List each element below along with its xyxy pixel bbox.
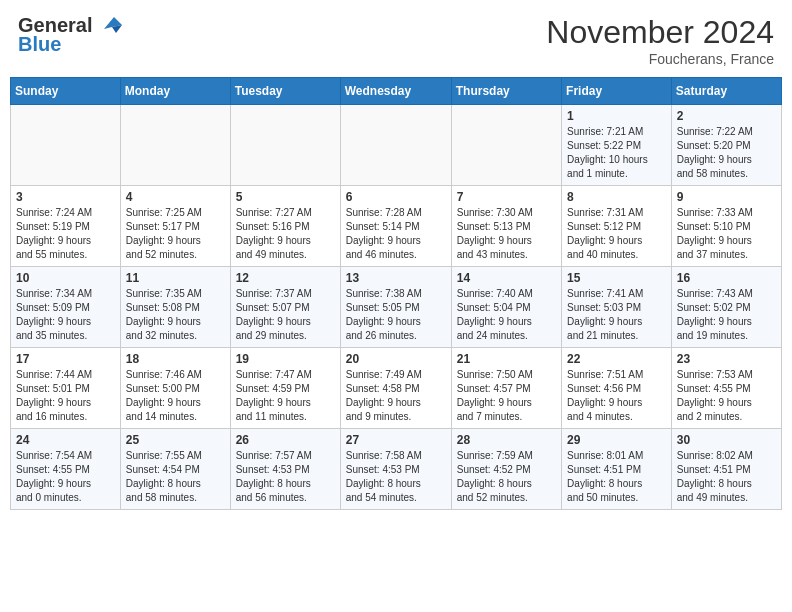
- page-header: General Blue November 2024 Foucherans, F…: [10, 10, 782, 71]
- day-number: 15: [567, 271, 666, 285]
- title-area: November 2024 Foucherans, France: [546, 14, 774, 67]
- calendar-day-cell: 3Sunrise: 7:24 AM Sunset: 5:19 PM Daylig…: [11, 186, 121, 267]
- day-number: 8: [567, 190, 666, 204]
- day-number: 7: [457, 190, 556, 204]
- calendar-day-cell: 17Sunrise: 7:44 AM Sunset: 5:01 PM Dayli…: [11, 348, 121, 429]
- day-number: 1: [567, 109, 666, 123]
- calendar-day-cell: 16Sunrise: 7:43 AM Sunset: 5:02 PM Dayli…: [671, 267, 781, 348]
- day-number: 14: [457, 271, 556, 285]
- calendar-empty-cell: [230, 105, 340, 186]
- day-number: 28: [457, 433, 556, 447]
- weekday-header-sunday: Sunday: [11, 78, 121, 105]
- calendar-day-cell: 18Sunrise: 7:46 AM Sunset: 5:00 PM Dayli…: [120, 348, 230, 429]
- calendar-day-cell: 29Sunrise: 8:01 AM Sunset: 4:51 PM Dayli…: [562, 429, 672, 510]
- day-info: Sunrise: 7:22 AM Sunset: 5:20 PM Dayligh…: [677, 125, 776, 181]
- day-number: 18: [126, 352, 225, 366]
- day-number: 20: [346, 352, 446, 366]
- day-number: 17: [16, 352, 115, 366]
- calendar-day-cell: 21Sunrise: 7:50 AM Sunset: 4:57 PM Dayli…: [451, 348, 561, 429]
- calendar-week-row: 17Sunrise: 7:44 AM Sunset: 5:01 PM Dayli…: [11, 348, 782, 429]
- calendar-day-cell: 6Sunrise: 7:28 AM Sunset: 5:14 PM Daylig…: [340, 186, 451, 267]
- calendar-day-cell: 19Sunrise: 7:47 AM Sunset: 4:59 PM Dayli…: [230, 348, 340, 429]
- calendar-day-cell: 12Sunrise: 7:37 AM Sunset: 5:07 PM Dayli…: [230, 267, 340, 348]
- calendar-day-cell: 14Sunrise: 7:40 AM Sunset: 5:04 PM Dayli…: [451, 267, 561, 348]
- calendar-day-cell: 25Sunrise: 7:55 AM Sunset: 4:54 PM Dayli…: [120, 429, 230, 510]
- calendar-day-cell: 27Sunrise: 7:58 AM Sunset: 4:53 PM Dayli…: [340, 429, 451, 510]
- month-title: November 2024: [546, 14, 774, 51]
- logo-blue-text: Blue: [18, 33, 61, 56]
- calendar-header-row: SundayMondayTuesdayWednesdayThursdayFrid…: [11, 78, 782, 105]
- day-info: Sunrise: 7:28 AM Sunset: 5:14 PM Dayligh…: [346, 206, 446, 262]
- day-info: Sunrise: 7:35 AM Sunset: 5:08 PM Dayligh…: [126, 287, 225, 343]
- day-number: 5: [236, 190, 335, 204]
- day-info: Sunrise: 7:27 AM Sunset: 5:16 PM Dayligh…: [236, 206, 335, 262]
- day-number: 16: [677, 271, 776, 285]
- day-number: 23: [677, 352, 776, 366]
- day-number: 24: [16, 433, 115, 447]
- day-info: Sunrise: 8:02 AM Sunset: 4:51 PM Dayligh…: [677, 449, 776, 505]
- day-number: 4: [126, 190, 225, 204]
- day-number: 30: [677, 433, 776, 447]
- calendar-week-row: 1Sunrise: 7:21 AM Sunset: 5:22 PM Daylig…: [11, 105, 782, 186]
- day-info: Sunrise: 7:47 AM Sunset: 4:59 PM Dayligh…: [236, 368, 335, 424]
- weekday-header-thursday: Thursday: [451, 78, 561, 105]
- day-number: 12: [236, 271, 335, 285]
- day-info: Sunrise: 7:40 AM Sunset: 5:04 PM Dayligh…: [457, 287, 556, 343]
- calendar-day-cell: 13Sunrise: 7:38 AM Sunset: 5:05 PM Dayli…: [340, 267, 451, 348]
- day-number: 22: [567, 352, 666, 366]
- calendar-day-cell: 7Sunrise: 7:30 AM Sunset: 5:13 PM Daylig…: [451, 186, 561, 267]
- calendar-empty-cell: [120, 105, 230, 186]
- calendar-week-row: 10Sunrise: 7:34 AM Sunset: 5:09 PM Dayli…: [11, 267, 782, 348]
- calendar-week-row: 24Sunrise: 7:54 AM Sunset: 4:55 PM Dayli…: [11, 429, 782, 510]
- calendar-empty-cell: [340, 105, 451, 186]
- calendar-day-cell: 4Sunrise: 7:25 AM Sunset: 5:17 PM Daylig…: [120, 186, 230, 267]
- weekday-header-wednesday: Wednesday: [340, 78, 451, 105]
- calendar-day-cell: 22Sunrise: 7:51 AM Sunset: 4:56 PM Dayli…: [562, 348, 672, 429]
- weekday-header-friday: Friday: [562, 78, 672, 105]
- day-info: Sunrise: 7:53 AM Sunset: 4:55 PM Dayligh…: [677, 368, 776, 424]
- day-info: Sunrise: 7:33 AM Sunset: 5:10 PM Dayligh…: [677, 206, 776, 262]
- logo: General Blue: [18, 14, 124, 56]
- day-info: Sunrise: 8:01 AM Sunset: 4:51 PM Dayligh…: [567, 449, 666, 505]
- day-number: 26: [236, 433, 335, 447]
- day-info: Sunrise: 7:43 AM Sunset: 5:02 PM Dayligh…: [677, 287, 776, 343]
- day-number: 6: [346, 190, 446, 204]
- day-number: 25: [126, 433, 225, 447]
- day-info: Sunrise: 7:59 AM Sunset: 4:52 PM Dayligh…: [457, 449, 556, 505]
- weekday-header-monday: Monday: [120, 78, 230, 105]
- day-number: 29: [567, 433, 666, 447]
- location-text: Foucherans, France: [546, 51, 774, 67]
- calendar-day-cell: 8Sunrise: 7:31 AM Sunset: 5:12 PM Daylig…: [562, 186, 672, 267]
- day-info: Sunrise: 7:58 AM Sunset: 4:53 PM Dayligh…: [346, 449, 446, 505]
- day-info: Sunrise: 7:21 AM Sunset: 5:22 PM Dayligh…: [567, 125, 666, 181]
- day-info: Sunrise: 7:38 AM Sunset: 5:05 PM Dayligh…: [346, 287, 446, 343]
- day-number: 13: [346, 271, 446, 285]
- day-info: Sunrise: 7:34 AM Sunset: 5:09 PM Dayligh…: [16, 287, 115, 343]
- day-info: Sunrise: 7:54 AM Sunset: 4:55 PM Dayligh…: [16, 449, 115, 505]
- calendar-day-cell: 9Sunrise: 7:33 AM Sunset: 5:10 PM Daylig…: [671, 186, 781, 267]
- calendar-day-cell: 10Sunrise: 7:34 AM Sunset: 5:09 PM Dayli…: [11, 267, 121, 348]
- calendar-day-cell: 15Sunrise: 7:41 AM Sunset: 5:03 PM Dayli…: [562, 267, 672, 348]
- weekday-header-saturday: Saturday: [671, 78, 781, 105]
- calendar-day-cell: 11Sunrise: 7:35 AM Sunset: 5:08 PM Dayli…: [120, 267, 230, 348]
- day-info: Sunrise: 7:44 AM Sunset: 5:01 PM Dayligh…: [16, 368, 115, 424]
- day-number: 2: [677, 109, 776, 123]
- day-number: 11: [126, 271, 225, 285]
- calendar-day-cell: 20Sunrise: 7:49 AM Sunset: 4:58 PM Dayli…: [340, 348, 451, 429]
- day-info: Sunrise: 7:55 AM Sunset: 4:54 PM Dayligh…: [126, 449, 225, 505]
- day-number: 27: [346, 433, 446, 447]
- day-info: Sunrise: 7:30 AM Sunset: 5:13 PM Dayligh…: [457, 206, 556, 262]
- calendar-day-cell: 28Sunrise: 7:59 AM Sunset: 4:52 PM Dayli…: [451, 429, 561, 510]
- day-number: 10: [16, 271, 115, 285]
- weekday-header-tuesday: Tuesday: [230, 78, 340, 105]
- day-number: 3: [16, 190, 115, 204]
- day-info: Sunrise: 7:37 AM Sunset: 5:07 PM Dayligh…: [236, 287, 335, 343]
- day-number: 9: [677, 190, 776, 204]
- day-info: Sunrise: 7:41 AM Sunset: 5:03 PM Dayligh…: [567, 287, 666, 343]
- day-info: Sunrise: 7:49 AM Sunset: 4:58 PM Dayligh…: [346, 368, 446, 424]
- logo-bird-icon: [94, 15, 124, 37]
- calendar-day-cell: 24Sunrise: 7:54 AM Sunset: 4:55 PM Dayli…: [11, 429, 121, 510]
- calendar-day-cell: 5Sunrise: 7:27 AM Sunset: 5:16 PM Daylig…: [230, 186, 340, 267]
- calendar-day-cell: 2Sunrise: 7:22 AM Sunset: 5:20 PM Daylig…: [671, 105, 781, 186]
- calendar-week-row: 3Sunrise: 7:24 AM Sunset: 5:19 PM Daylig…: [11, 186, 782, 267]
